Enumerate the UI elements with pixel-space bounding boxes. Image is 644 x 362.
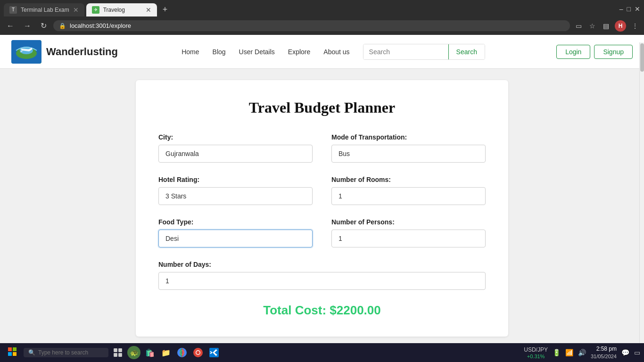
taskbar-app-store[interactable]: 🛍️: [143, 346, 157, 354]
bookmark-button[interactable]: ☆: [587, 20, 597, 32]
taskbar-search-icon: 🔍: [28, 349, 35, 354]
extensions-button[interactable]: ▤: [601, 20, 611, 32]
taskbar-app-turtl[interactable]: 🐢: [127, 346, 140, 354]
svg-rect-7: [114, 348, 117, 352]
total-cost: Total Cost: $2200.00: [158, 303, 486, 318]
profile-avatar[interactable]: H: [615, 20, 626, 32]
taskbar-app-chrome[interactable]: [175, 346, 189, 354]
form-row-3: Food Type: Number of Persons:: [158, 218, 486, 247]
tab1-favicon: T: [9, 6, 17, 14]
search-input[interactable]: [363, 44, 448, 59]
taskbar-app-files[interactable]: 📁: [159, 346, 173, 354]
clock-time: 2:58 pm: [591, 345, 617, 353]
reload-button[interactable]: ↻: [38, 19, 50, 32]
maximize-button[interactable]: □: [627, 5, 631, 13]
notification-icon[interactable]: 💬: [621, 349, 629, 354]
brand-name: Wanderlusting: [46, 46, 118, 58]
new-tab-button[interactable]: +: [159, 3, 172, 16]
brand: Wanderlusting: [11, 40, 118, 64]
start-button[interactable]: [4, 345, 21, 355]
tab2-label: Travelog: [103, 7, 125, 13]
close-button[interactable]: ✕: [635, 5, 640, 13]
svg-rect-10: [118, 353, 122, 354]
city-group: City:: [158, 133, 313, 163]
taskbar-app-vscode[interactable]: [207, 346, 221, 354]
taskbar-app-chrome2[interactable]: [191, 346, 205, 354]
clock-date: 31/05/2024: [591, 353, 617, 354]
food-type-label: Food Type:: [158, 218, 313, 226]
tab1-label: Terminal Lab Exam: [21, 7, 69, 13]
search-wrap: Search: [363, 44, 485, 60]
browser-tab-2[interactable]: ✈ Travelog ✕: [86, 3, 157, 16]
svg-rect-5: [8, 352, 12, 355]
taskbar-search-wrap[interactable]: 🔍: [24, 348, 108, 354]
svg-rect-4: [13, 347, 17, 351]
num-persons-group: Number of Persons:: [331, 218, 486, 247]
transport-group: Mode of Transportation:: [331, 133, 486, 163]
menu-button[interactable]: ⋮: [630, 20, 640, 32]
hotel-rating-label: Hotel Rating:: [158, 176, 313, 183]
nav-links: Home Blog User Details Explore About us …: [182, 44, 485, 60]
num-days-group: Number of Days:: [158, 261, 486, 290]
num-rooms-input[interactable]: [331, 187, 486, 205]
svg-point-16: [197, 351, 200, 354]
num-rooms-group: Number of Rooms:: [331, 176, 486, 205]
volume-icon: 🔊: [578, 349, 586, 354]
num-days-label: Number of Days:: [158, 261, 486, 268]
search-button[interactable]: Search: [448, 44, 485, 59]
nav-user-details[interactable]: User Details: [239, 48, 275, 56]
main-content: Travel Budget Planner City: Mode of Tran…: [0, 69, 644, 348]
form-row-4: Number of Days:: [158, 261, 486, 290]
tab2-favicon: ✈: [92, 6, 99, 14]
address-bar-input[interactable]: [70, 22, 564, 29]
forex-change: +0.31%: [527, 354, 545, 355]
num-persons-label: Number of Persons:: [331, 218, 486, 226]
num-rooms-label: Number of Rooms:: [331, 176, 486, 183]
network-icon: 📶: [565, 349, 573, 354]
svg-rect-3: [8, 347, 12, 351]
nav-about-us[interactable]: About us: [323, 48, 349, 56]
taskbar-search-input[interactable]: [38, 349, 99, 354]
back-button[interactable]: ←: [4, 20, 17, 32]
planner-card: Travel Budget Planner City: Mode of Tran…: [136, 80, 508, 337]
hotel-rating-input[interactable]: [158, 187, 313, 205]
taskbar-right: USD/JPY +0.31% 🔋 📶 🔊 2:58 pm 31/05/2024 …: [524, 345, 640, 354]
minimize-button[interactable]: –: [619, 5, 623, 13]
tab1-close[interactable]: ✕: [73, 6, 79, 14]
hotel-rating-group: Hotel Rating:: [158, 176, 313, 205]
signup-button[interactable]: Signup: [594, 45, 633, 59]
svg-rect-6: [13, 352, 17, 355]
nav-home[interactable]: Home: [182, 48, 199, 56]
nav-explore[interactable]: Explore: [288, 48, 310, 56]
logo-svg: [11, 40, 41, 64]
food-type-input[interactable]: [158, 230, 313, 247]
transport-label: Mode of Transportation:: [331, 133, 486, 141]
browser-tab-1[interactable]: T Terminal Lab Exam ✕: [4, 3, 84, 16]
brand-logo: [11, 40, 41, 64]
taskbar-clock: 2:58 pm 31/05/2024: [591, 345, 617, 354]
forex-widget: USD/JPY +0.31%: [524, 346, 548, 355]
tab2-close[interactable]: ✕: [146, 6, 151, 14]
nav-blog[interactable]: Blog: [213, 48, 226, 56]
show-desktop-button[interactable]: ▭: [634, 349, 640, 354]
svg-rect-8: [118, 348, 122, 352]
nav-actions: Login Signup: [556, 45, 633, 59]
num-persons-input[interactable]: [331, 230, 486, 247]
task-view-button[interactable]: [111, 346, 124, 354]
transport-input[interactable]: [331, 145, 486, 163]
num-days-input[interactable]: [158, 272, 486, 290]
city-label: City:: [158, 133, 313, 141]
battery-icon: 🔋: [553, 349, 561, 354]
food-type-group: Food Type:: [158, 218, 313, 247]
taskbar: 🔍 🐢 🛍️ 📁: [0, 343, 644, 354]
cast-button[interactable]: ▭: [574, 20, 584, 32]
form-row-1: City: Mode of Transportation:: [158, 133, 486, 163]
scrollbar-thumb[interactable]: [640, 43, 644, 72]
form-row-2: Hotel Rating: Number of Rooms:: [158, 176, 486, 205]
city-input[interactable]: [158, 145, 313, 163]
planner-title: Travel Budget Planner: [158, 99, 486, 116]
scrollbar[interactable]: [639, 42, 644, 343]
login-button[interactable]: Login: [556, 45, 590, 59]
svg-rect-9: [114, 353, 117, 354]
forward-button[interactable]: →: [21, 20, 34, 32]
